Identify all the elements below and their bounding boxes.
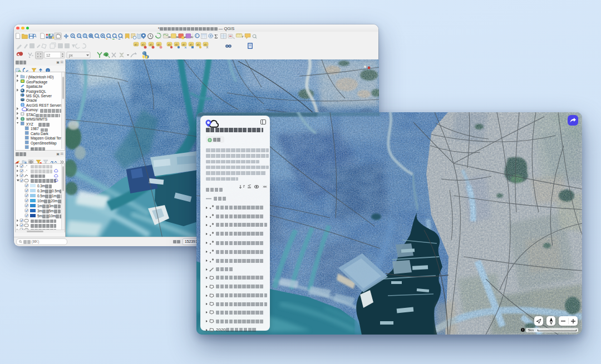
svg-text:STAC: STAC: [26, 113, 36, 117]
svg-text:1987: 1987: [31, 127, 39, 131]
svg-text:Oracle: Oracle: [26, 98, 37, 102]
svg-text:OpenStreetMap: OpenStreetMap: [31, 141, 57, 146]
svg-text:12: 12: [46, 53, 51, 57]
svg-text:GeoPackage: GeoPackage: [26, 80, 47, 84]
svg-text:i: i: [196, 33, 197, 37]
svg-text:px: px: [69, 53, 73, 57]
svg-text:WMS/WMTS: WMS/WMTS: [26, 117, 48, 121]
svg-text:PostgreSQL: PostgreSQL: [26, 89, 46, 94]
svg-text:MS SQL Server: MS SQL Server: [26, 94, 52, 98]
svg-text:Σ: Σ: [214, 33, 218, 39]
svg-text:SpatiaLite: SpatiaLite: [26, 84, 43, 89]
svg-text:ab: ab: [135, 42, 138, 46]
svg-text:XYZ: XYZ: [26, 122, 33, 126]
svg-text:Mapzen Global Terr: Mapzen Global Terr: [31, 136, 63, 141]
svg-text:Kumoy:: Kumoy:: [26, 108, 39, 112]
svg-text:ArcGIS REST Servers: ArcGIS REST Servers: [26, 103, 63, 107]
svg-text:/ (Macintosh HD): / (Macintosh HD): [26, 75, 53, 79]
svg-text:Carto Dark: Carto Dark: [31, 132, 49, 136]
